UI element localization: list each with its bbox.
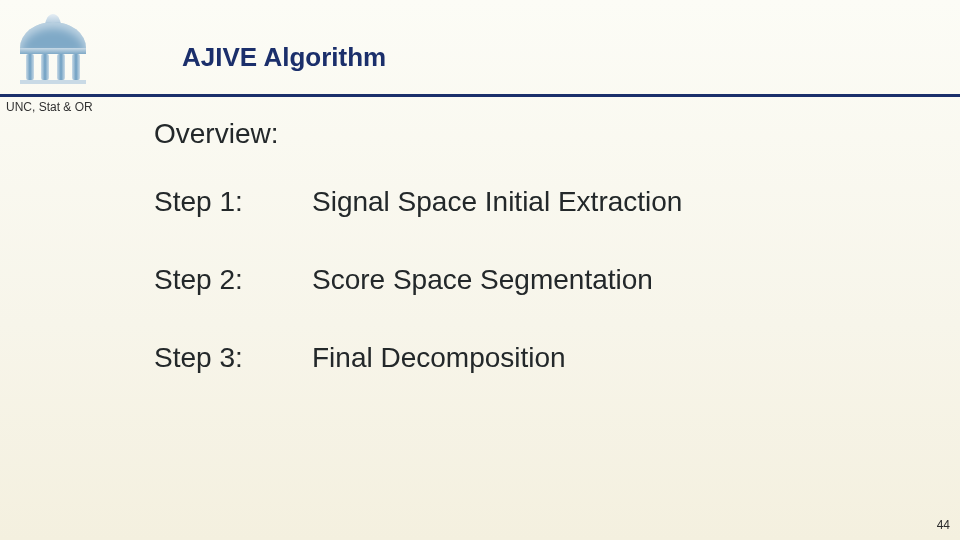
step-label: Step 3: [154, 342, 312, 374]
title-divider [0, 94, 960, 97]
step-row: Step 3: Final Decomposition [154, 342, 682, 374]
step-description: Signal Space Initial Extraction [312, 186, 682, 218]
overview-heading: Overview: [154, 118, 682, 150]
slide-title: AJIVE Algorithm [182, 42, 386, 73]
slide-content: Overview: Step 1: Signal Space Initial E… [154, 118, 682, 420]
page-number: 44 [937, 518, 950, 532]
step-description: Score Space Segmentation [312, 264, 682, 296]
slide: AJIVE Algorithm UNC, Stat & OR Overview:… [0, 0, 960, 540]
step-label: Step 2: [154, 264, 312, 296]
step-row: Step 2: Score Space Segmentation [154, 264, 682, 296]
step-label: Step 1: [154, 186, 312, 218]
step-row: Step 1: Signal Space Initial Extraction [154, 186, 682, 218]
affiliation-label: UNC, Stat & OR [6, 100, 93, 114]
step-description: Final Decomposition [312, 342, 682, 374]
unc-logo-icon [20, 14, 90, 74]
